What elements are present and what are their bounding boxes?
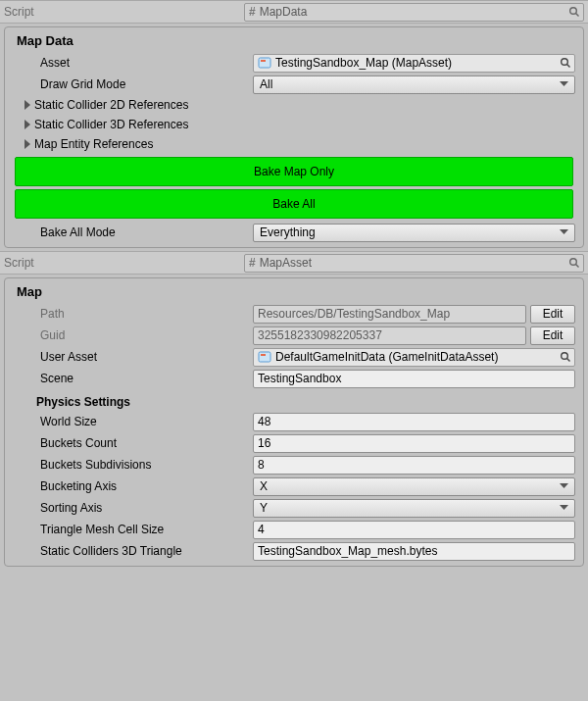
object-picker-icon[interactable] [559, 350, 572, 364]
user-asset-field[interactable]: DefaultGameInitData (GameInitDataAsset) [253, 348, 575, 367]
asset-value: TestingSandbox_Map (MapAsset) [275, 56, 452, 70]
sorting-axis-row: Sorting Axis Y [9, 497, 579, 519]
draw-grid-row: Draw Grid Mode All [9, 74, 579, 95]
script-value: MapAsset [260, 256, 312, 270]
user-asset-row: User Asset DefaultGameInitData (GameInit… [9, 346, 579, 368]
foldout-label: Map Entity References [34, 137, 153, 151]
triangle-right-icon [23, 139, 32, 149]
svg-line-11 [567, 359, 570, 362]
asset-label: Asset [13, 56, 253, 70]
foldout-label: Static Collider 2D References [34, 98, 188, 112]
static3d-field[interactable] [253, 542, 575, 561]
svg-rect-9 [261, 354, 266, 356]
tri-cell-row: Triangle Mesh Cell Size [9, 519, 579, 540]
button-label: Edit [543, 328, 564, 342]
sorting-axis-value: Y [260, 501, 268, 515]
bucketing-axis-dropdown[interactable]: X [253, 477, 575, 496]
edit-guid-button[interactable]: Edit [530, 326, 575, 345]
user-asset-label: User Asset [13, 350, 253, 364]
asset-field[interactable]: TestingSandbox_Map (MapAsset) [253, 54, 575, 73]
mapdata-title: Map Data [9, 29, 579, 52]
chevron-down-icon [560, 483, 568, 489]
object-picker-icon[interactable] [567, 256, 581, 270]
foldout-static-collider-3d[interactable]: Static Collider 3D References [9, 115, 579, 134]
guid-label: Guid [13, 328, 253, 342]
triangle-right-icon [23, 100, 32, 110]
object-picker-icon[interactable] [559, 56, 572, 70]
bucketing-axis-label: Bucketing Axis [13, 479, 253, 493]
tri-cell-label: Triangle Mesh Cell Size [13, 523, 253, 536]
svg-rect-8 [259, 352, 270, 362]
bake-all-mode-dropdown[interactable]: Everything [253, 224, 575, 242]
script-label: Script [4, 256, 244, 270]
guid-row: Guid Edit [9, 325, 579, 346]
asset-row: Asset TestingSandbox_Map (MapAsset) [9, 52, 579, 74]
scene-row: Scene [9, 368, 579, 389]
svg-rect-3 [261, 60, 266, 62]
static3d-label: Static Colliders 3D Triangle [13, 544, 253, 558]
world-size-field[interactable] [253, 413, 575, 431]
chevron-down-icon [560, 81, 568, 87]
draw-grid-dropdown[interactable]: All [253, 75, 575, 94]
bake-all-mode-row: Bake All Mode Everything [9, 222, 579, 243]
svg-line-5 [567, 65, 570, 68]
buckets-sub-row: Buckets Subdivisions [9, 454, 579, 476]
script-field-mapdata: # MapData [244, 3, 584, 22]
path-label: Path [13, 307, 253, 321]
chevron-down-icon [560, 505, 568, 511]
scriptable-object-icon [258, 56, 271, 70]
script-value: MapData [260, 5, 308, 19]
script-hash-icon: # [249, 5, 256, 19]
edit-path-button[interactable]: Edit [530, 305, 575, 324]
foldout-label: Static Collider 3D References [34, 118, 188, 131]
foldout-static-collider-2d[interactable]: Static Collider 2D References [9, 95, 579, 115]
map-title: Map [9, 280, 579, 303]
guid-field [253, 326, 526, 345]
svg-rect-2 [259, 58, 270, 68]
buckets-sub-label: Buckets Subdivisions [13, 458, 253, 472]
script-hash-icon: # [249, 256, 256, 270]
bake-map-only-button[interactable]: Bake Map Only [15, 157, 573, 186]
draw-grid-value: All [260, 77, 272, 91]
chevron-down-icon [560, 229, 568, 235]
scene-label: Scene [13, 372, 253, 385]
scene-field[interactable] [253, 370, 575, 388]
map-section: Map Path Edit Guid Edit User Asset Defau… [4, 277, 584, 567]
svg-line-7 [576, 265, 579, 268]
script-label: Script [4, 5, 244, 19]
svg-line-1 [576, 14, 579, 17]
svg-point-10 [562, 353, 568, 360]
svg-point-4 [562, 59, 568, 66]
sorting-axis-dropdown[interactable]: Y [253, 499, 575, 518]
world-size-label: World Size [13, 415, 253, 428]
script-row-mapdata: Script # MapData [0, 0, 588, 24]
path-field [253, 305, 526, 324]
object-picker-icon[interactable] [567, 5, 581, 19]
physics-settings-heading: Physics Settings [9, 389, 579, 411]
buckets-count-row: Buckets Count [9, 432, 579, 454]
script-row-mapasset: Script # MapAsset [0, 251, 588, 275]
foldout-map-entity-refs[interactable]: Map Entity References [9, 134, 579, 154]
buckets-count-field[interactable] [253, 434, 575, 453]
bake-all-mode-label: Bake All Mode [13, 225, 253, 239]
path-row: Path Edit [9, 303, 579, 325]
sorting-axis-label: Sorting Axis [13, 501, 253, 515]
bake-all-mode-value: Everything [260, 225, 316, 239]
world-size-row: World Size [9, 411, 579, 432]
triangle-right-icon [23, 120, 32, 129]
script-field-mapasset: # MapAsset [244, 254, 584, 273]
bucketing-axis-value: X [260, 479, 268, 493]
mapdata-section: Map Data Asset TestingSandbox_Map (MapAs… [4, 26, 584, 248]
buckets-count-label: Buckets Count [13, 436, 253, 450]
draw-grid-label: Draw Grid Mode [13, 77, 253, 91]
svg-point-0 [570, 8, 577, 15]
buckets-sub-field[interactable] [253, 456, 575, 475]
scriptable-object-icon [258, 350, 271, 364]
button-label: Edit [543, 307, 564, 321]
button-label: Bake All [272, 197, 315, 211]
tri-cell-field[interactable] [253, 521, 575, 539]
bake-all-button[interactable]: Bake All [15, 189, 573, 219]
static3d-row: Static Colliders 3D Triangle [9, 540, 579, 562]
user-asset-value: DefaultGameInitData (GameInitDataAsset) [275, 350, 498, 364]
button-label: Bake Map Only [254, 165, 334, 178]
